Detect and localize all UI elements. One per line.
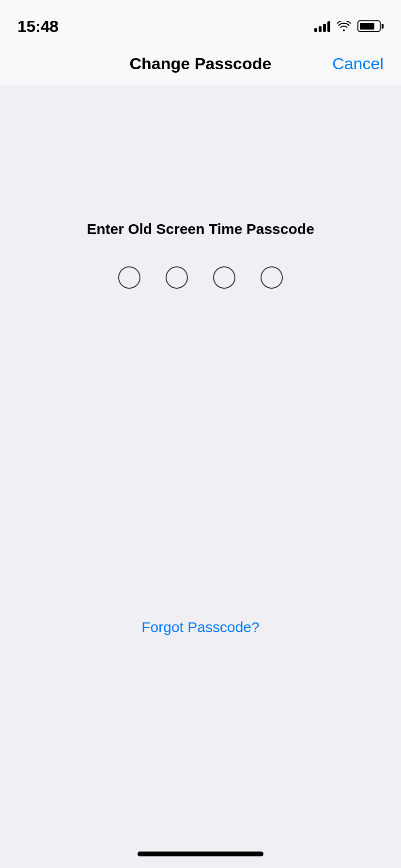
passcode-dot-3 xyxy=(213,266,235,289)
signal-bar-1 xyxy=(314,28,317,32)
passcode-dot-1 xyxy=(118,266,140,289)
battery-fill xyxy=(360,23,374,30)
page-title: Change Passcode xyxy=(130,54,272,73)
main-content: Enter Old Screen Time Passcode Forgot Pa… xyxy=(0,85,401,868)
passcode-dot-4 xyxy=(261,266,283,289)
passcode-dots xyxy=(118,266,283,289)
cancel-button[interactable]: Cancel xyxy=(332,54,384,73)
battery-tip xyxy=(382,24,384,29)
home-indicator xyxy=(138,852,263,856)
nav-bar: Change Passcode Cancel xyxy=(0,43,401,85)
status-time: 15:48 xyxy=(17,17,58,36)
battery-icon xyxy=(357,20,384,32)
passcode-dot-2 xyxy=(166,266,188,289)
signal-icon xyxy=(314,20,330,32)
signal-bar-3 xyxy=(323,24,326,32)
passcode-prompt: Enter Old Screen Time Passcode xyxy=(87,221,314,237)
signal-bar-2 xyxy=(319,26,322,32)
signal-bar-4 xyxy=(327,21,330,32)
battery-body xyxy=(357,20,381,32)
status-icons xyxy=(314,20,384,32)
wifi-icon xyxy=(337,21,351,31)
forgot-passcode-button[interactable]: Forgot Passcode? xyxy=(141,619,259,636)
status-bar: 15:48 xyxy=(0,0,401,43)
passcode-section: Enter Old Screen Time Passcode xyxy=(87,221,314,289)
